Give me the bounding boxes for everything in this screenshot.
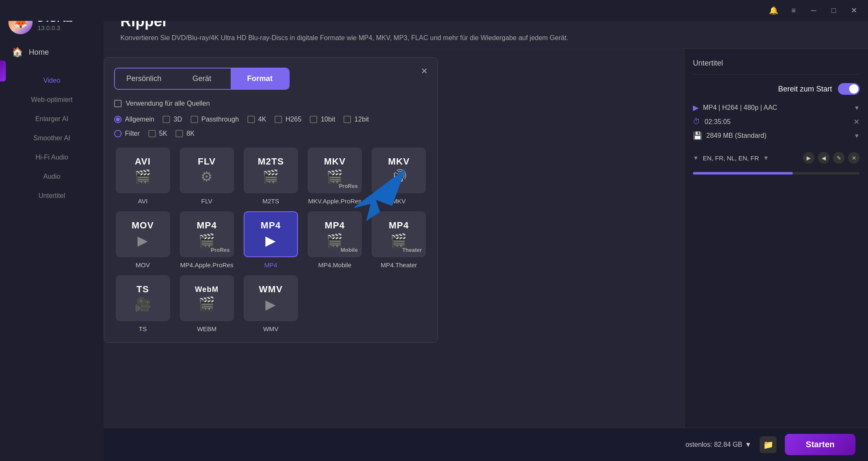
check-3d[interactable]: 3D	[163, 116, 182, 123]
subtitle-delete-btn[interactable]: ✕	[848, 152, 860, 164]
subtitle-controls: ▶ ◀ ✎ ✕	[803, 152, 860, 164]
format-card-mp4[interactable]: MP4 ▶ MP4	[242, 211, 299, 268]
format-card-mov[interactable]: MOV ▶ MOV	[114, 211, 171, 268]
format-dropdown-arrow[interactable]: ▼	[854, 104, 860, 111]
check-12bit-box	[344, 116, 351, 123]
format-name-m2ts: M2TS	[262, 198, 279, 205]
check-12bit[interactable]: 12bit	[344, 116, 369, 123]
format-card-mkv[interactable]: MKV 🔊 MKV	[370, 147, 428, 205]
sidebar-item-smoother-ai[interactable]: Smoother AI	[0, 129, 104, 148]
check-8k[interactable]: 8K	[176, 130, 195, 137]
sidebar-item-web-optimiert[interactable]: Web-optimiert	[0, 90, 104, 109]
sidebar-audio-label: Audio	[43, 173, 61, 180]
format-card-m2ts[interactable]: M2TS 🎬 M2TS	[242, 147, 299, 205]
format-card-ts[interactable]: TS 🎥 TS	[114, 275, 171, 332]
check-3d-box	[163, 116, 170, 123]
subtitle-track-row: ▼ EN, FR, NL, EN, FR ▼ ▶ ◀ ✎ ✕	[693, 152, 860, 164]
sidebar-item-hi-fi-audio[interactable]: Hi-Fi Audio	[0, 148, 104, 167]
radio-allgemein-dot	[114, 116, 122, 123]
sidebar-item-audio[interactable]: Audio	[0, 167, 104, 186]
ready-toggle[interactable]	[838, 83, 860, 95]
track-delete-button[interactable]: ✕	[853, 117, 860, 127]
format-card-mp4-prores[interactable]: MP4 🎬 ProRes MP4.Apple.ProRes	[178, 211, 235, 268]
mkv-symbol: 🔊	[390, 169, 407, 185]
format-name-mp4-theater: MP4.Theater	[381, 261, 417, 268]
dialog-close-button[interactable]: ✕	[417, 64, 431, 78]
main-content: Ripper Konvertieren Sie DVD/Blu-ray/4K U…	[104, 0, 868, 461]
mp4-prores-sub: ProRes	[211, 247, 230, 253]
sidebar-item-enlarger-ai[interactable]: Enlarger AI	[0, 109, 104, 129]
titlebar: 🔔 ≡ ─ □ ✕	[0, 0, 868, 21]
format-card-webm[interactable]: WebM 🎬 WEBM	[178, 275, 235, 332]
webm-symbol: 🎬	[199, 296, 215, 312]
start-button[interactable]: Starten	[785, 434, 855, 455]
format-icon-mp4-mobile: MP4 🎬 Mobile	[308, 211, 362, 257]
check-10bit[interactable]: 10bit	[310, 116, 335, 123]
ready-row: Bereit zum Start	[693, 83, 860, 95]
check-4k[interactable]: 4K	[247, 116, 267, 123]
format-label-mp4: MP4	[261, 220, 281, 231]
subtitle-dropdown-left[interactable]: ▼	[693, 155, 699, 161]
track-duration-text: 02:35:05	[705, 118, 731, 126]
format-card-mkv-prores[interactable]: MKV 🎬 ProRes MKV.Apple.ProRes	[306, 147, 364, 205]
format-label-mkv: MKV	[388, 156, 410, 167]
ts-symbol: 🎥	[135, 296, 151, 312]
check-5k[interactable]: 5K	[148, 130, 168, 137]
content-area: ✕ Persönlich Gerät Format Verwendung für…	[104, 49, 868, 461]
use-all-sources-checkbox[interactable]	[114, 100, 122, 107]
format-icon-m2ts: M2TS 🎬	[244, 147, 298, 193]
menu-icon[interactable]: ≡	[788, 5, 799, 16]
progress-bar	[693, 172, 860, 175]
format-label-mkv-prores: MKV	[324, 156, 346, 167]
sidebar-item-untertitel[interactable]: Untertitel	[0, 186, 104, 205]
home-icon: 🏠	[12, 47, 23, 58]
check-h265[interactable]: H265	[275, 116, 301, 123]
minimize-button[interactable]: ─	[808, 5, 820, 16]
radio-allgemein-label: Allgemein	[125, 116, 154, 123]
check-4k-box	[247, 116, 255, 123]
radio-allgemein[interactable]: Allgemein	[114, 116, 154, 123]
format-icon-mov: MOV ▶	[116, 211, 170, 257]
check-12bit-label: 12bit	[354, 116, 369, 123]
subtitle-edit-btn[interactable]: ✎	[833, 152, 845, 164]
free-space-label: ostenlos: 82.84 GB	[685, 441, 742, 448]
format-label-mp4-theater: MP4	[389, 220, 409, 231]
format-label-wmv: WMV	[259, 284, 283, 295]
sidebar-smoother-label: Smoother AI	[33, 134, 70, 142]
check-4k-label: 4K	[258, 116, 267, 123]
sidebar-video-label: Video	[43, 77, 61, 84]
folder-button[interactable]: 📁	[760, 436, 776, 453]
tab-persoenlich[interactable]: Persönlich	[115, 68, 173, 89]
format-label-mov: MOV	[132, 220, 154, 231]
format-name-mp4-mobile: MP4.Mobile	[318, 261, 351, 268]
notification-icon[interactable]: 🔔	[768, 5, 779, 16]
ready-label: Bereit zum Start	[778, 85, 832, 94]
maximize-button[interactable]: □	[828, 5, 840, 16]
m2ts-symbol: 🎬	[262, 169, 279, 185]
format-card-avi[interactable]: AVI 🎬 AVI	[114, 147, 171, 205]
sidebar-item-home[interactable]: 🏠 Home	[0, 40, 104, 64]
tab-format[interactable]: Format	[231, 68, 289, 89]
subtitle-dropdown-right[interactable]: ▼	[763, 155, 769, 161]
format-card-mp4-mobile[interactable]: MP4 🎬 Mobile MP4.Mobile	[306, 211, 364, 268]
free-space-dropdown[interactable]: ▼	[745, 441, 751, 448]
check-passthrough[interactable]: Passthrough	[191, 116, 239, 123]
subtitle-prev-btn[interactable]: ◀	[818, 152, 830, 164]
format-dialog: ✕ Persönlich Gerät Format Verwendung für…	[104, 57, 438, 343]
subtitle-play-btn[interactable]: ▶	[803, 152, 815, 164]
format-name-avi: AVI	[138, 198, 148, 205]
format-icon-webm: WebM 🎬	[180, 275, 234, 321]
close-button[interactable]: ✕	[848, 5, 860, 16]
tab-geraet[interactable]: Gerät	[173, 68, 231, 89]
format-card-flv[interactable]: FLV ⚙ FLV	[178, 147, 235, 205]
check-passthrough-box	[191, 116, 198, 123]
format-card-mp4-theater[interactable]: MP4 🎬 Theater MP4.Theater	[370, 211, 428, 268]
format-label-ts: TS	[137, 284, 149, 295]
format-card-wmv[interactable]: WMV ▶ WMV	[242, 275, 299, 332]
radio-filter[interactable]: Filter	[114, 130, 140, 137]
mp4-theater-sub: Theater	[402, 247, 422, 253]
format-name-wmv: WMV	[263, 325, 279, 332]
sidebar-item-video[interactable]: Video	[0, 71, 104, 90]
radio-row-2: Filter 5K 8K	[114, 130, 428, 137]
size-dropdown-arrow[interactable]: ▼	[854, 132, 860, 139]
